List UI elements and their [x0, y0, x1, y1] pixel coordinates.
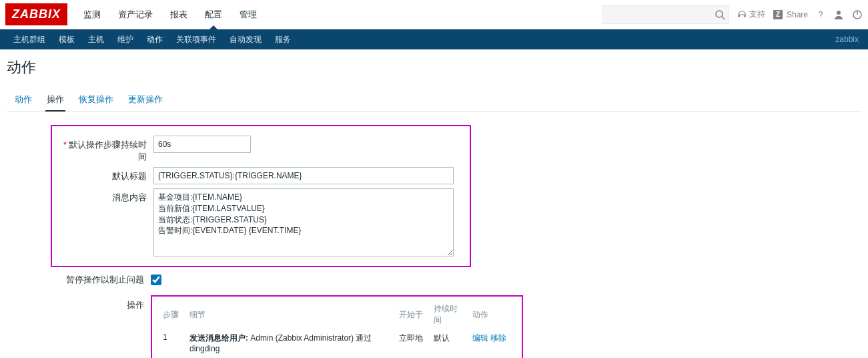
search-box — [602, 5, 729, 24]
sub-right-label: zabbix — [835, 35, 861, 44]
message-textarea[interactable] — [153, 188, 454, 256]
sub-services[interactable]: 服务 — [268, 29, 298, 51]
help-link[interactable]: ? — [816, 10, 825, 19]
top-menu-assets[interactable]: 资产记录 — [110, 1, 161, 29]
share-badge-icon: Z — [773, 10, 783, 19]
headset-icon — [737, 10, 747, 19]
remove-link[interactable]: 移除 — [490, 333, 506, 343]
col-duration: 持续时间 — [430, 301, 468, 329]
cell-step: 1 — [159, 329, 185, 357]
sub-hosts[interactable]: 主机 — [81, 29, 111, 51]
cell-start: 立即地 — [395, 329, 430, 357]
sub-actions[interactable]: 动作 — [140, 29, 169, 51]
duration-input[interactable] — [153, 136, 251, 153]
sub-menu: 主机群组 模板 主机 维护 动作 关联项事件 自动发现 服务 — [7, 29, 835, 51]
sub-correlation[interactable]: 关联项事件 — [169, 29, 223, 51]
support-link[interactable]: 支持 — [737, 9, 765, 20]
top-menu-config[interactable]: 配置 — [197, 1, 230, 29]
top-menu: 监测 资产记录 报表 配置 管理 — [75, 1, 602, 29]
power-icon — [852, 9, 863, 20]
svg-point-3 — [837, 11, 841, 15]
highlight-box-1: *默认操作步骤持续时间 默认标题 消息内容 — [51, 125, 471, 267]
svg-point-0 — [716, 11, 723, 17]
duration-label: *默认操作步骤持续时间 — [57, 136, 153, 163]
cell-detail: 发送消息给用户: Admin (Zabbix Administrator) 通过… — [185, 329, 395, 357]
message-label: 消息内容 — [57, 188, 153, 204]
col-step: 步骤 — [159, 301, 185, 329]
brand-logo[interactable]: ZABBIX — [5, 3, 67, 25]
help-icon: ? — [816, 10, 825, 19]
table-row: 1 发送消息给用户: Admin (Zabbix Administrator) … — [159, 329, 515, 357]
sub-discovery[interactable]: 自动发现 — [223, 29, 268, 51]
ops-table: 步骤 细节 开始于 持续时间 动作 1 发送消息给用户: Admin (Zabb… — [159, 301, 515, 358]
tab-update[interactable]: 更新操作 — [127, 90, 164, 111]
share-label: Share — [787, 10, 808, 19]
search-icon[interactable] — [715, 9, 725, 20]
ops-highlight-box: 步骤 细节 开始于 持续时间 动作 1 发送消息给用户: Admin (Zabb… — [151, 295, 523, 358]
support-label: 支持 — [749, 9, 765, 20]
header-right: 支持 Z Share ? — [602, 5, 863, 24]
search-input[interactable] — [602, 5, 729, 24]
edit-link[interactable]: 编辑 — [472, 333, 488, 343]
col-action: 动作 — [468, 301, 515, 329]
page-title: 动作 — [0, 49, 868, 87]
pause-checkbox[interactable] — [151, 275, 161, 285]
sub-maintenance[interactable]: 维护 — [111, 29, 140, 51]
tab-action[interactable]: 动作 — [13, 90, 33, 111]
col-detail: 细节 — [185, 301, 395, 329]
svg-line-1 — [722, 17, 725, 19]
user-icon — [833, 9, 844, 20]
ops-label: 操作 — [55, 295, 151, 358]
tab-operation[interactable]: 操作 — [45, 90, 65, 111]
top-header: ZABBIX 监测 资产记录 报表 配置 管理 支持 Z Share ? — [0, 0, 868, 29]
sub-hostgroups[interactable]: 主机群组 — [7, 29, 52, 51]
pause-label: 暂停操作以制止问题 — [55, 274, 151, 286]
top-menu-monitor[interactable]: 监测 — [75, 1, 109, 29]
share-link[interactable]: Z Share — [773, 10, 808, 19]
cell-duration: 默认 — [430, 329, 468, 357]
tabs: 动作 操作 恢复操作 更新操作 — [7, 90, 861, 112]
logout-link[interactable] — [852, 9, 863, 20]
tab-recovery[interactable]: 恢复操作 — [77, 90, 115, 111]
title-input[interactable] — [153, 167, 454, 184]
cell-actions: 编辑 移除 — [468, 329, 515, 357]
form-area: *默认操作步骤持续时间 默认标题 消息内容 暂停操作以制止问题 操作 步骤 — [7, 125, 861, 358]
title-label: 默认标题 — [57, 167, 153, 182]
sub-templates[interactable]: 模板 — [52, 29, 81, 51]
col-start: 开始于 — [395, 301, 430, 329]
sub-header: 主机群组 模板 主机 维护 动作 关联项事件 自动发现 服务 zabbix — [0, 29, 868, 49]
user-link[interactable] — [833, 9, 844, 20]
content: 动作 操作 恢复操作 更新操作 *默认操作步骤持续时间 默认标题 消息内容 暂停… — [0, 87, 868, 358]
svg-text:?: ? — [819, 10, 823, 19]
top-menu-admin[interactable]: 管理 — [232, 1, 265, 29]
top-menu-reports[interactable]: 报表 — [162, 1, 195, 29]
